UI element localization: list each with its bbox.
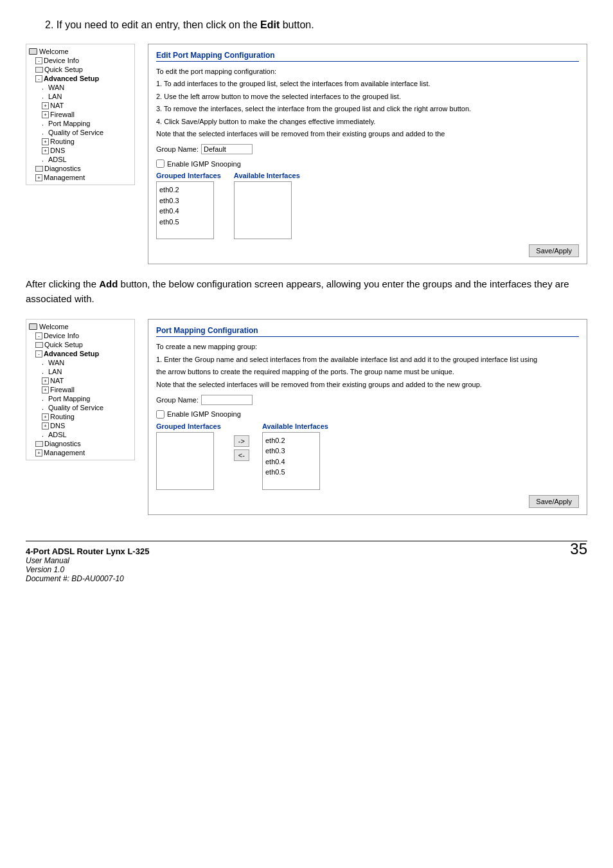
sidebar-item-label: Advanced Setup bbox=[44, 350, 99, 357]
sidebar-item-welcome[interactable]: Welcome bbox=[29, 322, 132, 331]
panel1-title: Edit Port Mapping Configuration bbox=[156, 51, 579, 62]
group-name-input1[interactable] bbox=[201, 144, 253, 154]
grouped-listbox1[interactable]: eth0.2eth0.3eth0.4eth0.5 bbox=[156, 181, 214, 239]
sidebar-item-label: ADSL bbox=[48, 431, 67, 439]
sidebar2: Welcome-Device InfoQuick Setup-Advanced … bbox=[26, 319, 135, 460]
sidebar-item-welcome[interactable]: Welcome bbox=[29, 47, 132, 56]
expand-icon: + bbox=[42, 102, 49, 109]
sidebar-item-label: WAN bbox=[48, 359, 64, 366]
save-apply-button2[interactable]: Save/Apply bbox=[529, 495, 579, 508]
grouped-listbox2[interactable] bbox=[156, 432, 214, 490]
page-number: 35 bbox=[570, 540, 587, 558]
available-col1: Available Interfaces bbox=[234, 172, 300, 239]
available-col2: Available Interfaces eth0.2eth0.3eth0.4e… bbox=[262, 422, 328, 490]
arrow-buttons: -> <- bbox=[234, 435, 249, 461]
sidebar-item-device-info[interactable]: -Device Info bbox=[29, 56, 132, 65]
sidebar-item-dns[interactable]: +DNS bbox=[29, 421, 132, 430]
sidebar-item-label: Routing bbox=[50, 413, 75, 420]
panel1-instr2: 2. Use the left arrow button to move the… bbox=[156, 92, 579, 102]
sidebar-item-management[interactable]: +Management bbox=[29, 173, 132, 182]
expand-icon: + bbox=[42, 413, 49, 420]
sidebar-item-port-mapping[interactable]: ·Port Mapping bbox=[29, 394, 132, 403]
save-apply-button1[interactable]: Save/Apply bbox=[529, 244, 579, 257]
step-text: If you need to edit an entry, then click… bbox=[57, 19, 260, 30]
sidebar-item-nat[interactable]: +NAT bbox=[29, 101, 132, 110]
sidebar-item-quality-of-service[interactable]: ·Quality of Service bbox=[29, 403, 132, 412]
folder-icon bbox=[35, 67, 43, 73]
igmp-checkbox1[interactable] bbox=[156, 159, 164, 168]
sidebar-item-nat[interactable]: +NAT bbox=[29, 376, 132, 385]
leaf-icon: · bbox=[42, 432, 47, 437]
sidebar-item-diagnostics[interactable]: Diagnostics bbox=[29, 439, 132, 448]
sidebar-item-advanced-setup[interactable]: -Advanced Setup bbox=[29, 349, 132, 358]
sidebar-item-label: NAT bbox=[50, 102, 64, 109]
sidebar-item-adsl[interactable]: ·ADSL bbox=[29, 430, 132, 439]
sidebar-item-wan[interactable]: ·WAN bbox=[29, 83, 132, 92]
panel1-instr3: 3. To remove the interfaces, select the … bbox=[156, 104, 579, 114]
arrow-right-button[interactable]: -> bbox=[234, 435, 249, 447]
folder-icon bbox=[35, 342, 43, 348]
available-label2: Available Interfaces bbox=[262, 422, 328, 430]
sidebar-item-label: Quick Setup bbox=[44, 341, 83, 348]
monitor-icon bbox=[29, 323, 37, 330]
igmp-row1: Enable IGMP Snooping bbox=[156, 159, 579, 168]
expand-icon: + bbox=[42, 422, 49, 429]
panel1-instructions: To edit the port mapping configuration: … bbox=[156, 67, 579, 127]
leaf-icon: · bbox=[42, 157, 47, 162]
folder-open-icon: - bbox=[35, 57, 42, 64]
sidebar-item-device-info[interactable]: -Device Info bbox=[29, 331, 132, 340]
panel1-note: Note that the selected interfaces will b… bbox=[156, 129, 579, 139]
save-apply-row1: Save/Apply bbox=[156, 244, 579, 257]
group-name-input2[interactable] bbox=[201, 395, 253, 405]
expand-icon: + bbox=[35, 174, 42, 181]
available-label1: Available Interfaces bbox=[234, 172, 300, 179]
leaf-icon: · bbox=[42, 85, 47, 90]
available-content2: eth0.2eth0.3eth0.4eth0.5 bbox=[264, 434, 318, 479]
sidebar-item-label: Quality of Service bbox=[48, 129, 103, 136]
sidebar-item-management[interactable]: +Management bbox=[29, 448, 132, 457]
sidebar-item-label: Welcome bbox=[39, 323, 69, 330]
sidebar-item-routing[interactable]: +Routing bbox=[29, 137, 132, 146]
arrow-left-button[interactable]: <- bbox=[234, 449, 249, 461]
expand-icon: + bbox=[42, 386, 49, 393]
sidebar-item-dns[interactable]: +DNS bbox=[29, 146, 132, 155]
leaf-icon: · bbox=[42, 360, 47, 365]
sidebar-item-firewall[interactable]: +Firewall bbox=[29, 110, 132, 119]
sidebar-item-label: LAN bbox=[48, 93, 62, 100]
save-apply-row2: Save/Apply bbox=[156, 495, 579, 508]
sidebar-item-port-mapping[interactable]: ·Port Mapping bbox=[29, 119, 132, 128]
footer: 35 4-Port ADSL Router Lynx L-325 User Ma… bbox=[26, 541, 587, 583]
sidebar-item-lan[interactable]: ·LAN bbox=[29, 92, 132, 101]
sidebar-item-label: DNS bbox=[50, 422, 65, 429]
igmp-checkbox2[interactable] bbox=[156, 410, 164, 419]
folder-open-icon: - bbox=[35, 350, 42, 357]
igmp-row2: Enable IGMP Snooping bbox=[156, 410, 579, 419]
sidebar-item-quality-of-service[interactable]: ·Quality of Service bbox=[29, 128, 132, 137]
panel1-instr0: To edit the port mapping configuration: bbox=[156, 67, 579, 77]
grouped-content1: eth0.2eth0.3eth0.4eth0.5 bbox=[158, 183, 212, 228]
sidebar-item-lan[interactable]: ·LAN bbox=[29, 367, 132, 376]
sidebar-item-quick-setup[interactable]: Quick Setup bbox=[29, 65, 132, 74]
available-listbox1[interactable] bbox=[234, 181, 292, 239]
grouped-col1: Grouped Interfaces eth0.2eth0.3eth0.4eth… bbox=[156, 172, 221, 239]
sidebar-item-label: WAN bbox=[48, 84, 64, 91]
footer-user-manual: User Manual bbox=[26, 556, 587, 565]
sidebar-item-label: Diagnostics bbox=[44, 440, 81, 448]
panel2-instr0: To create a new mapping group: bbox=[156, 342, 579, 352]
panel2-note: Note that the selected interfaces will b… bbox=[156, 380, 579, 390]
group-name-label2: Group Name: bbox=[156, 396, 199, 404]
available-listbox2[interactable]: eth0.2eth0.3eth0.4eth0.5 bbox=[262, 432, 320, 490]
sidebar-item-quick-setup[interactable]: Quick Setup bbox=[29, 340, 132, 349]
leaf-icon: · bbox=[42, 94, 47, 99]
panel2-instr2: the arrow buttons to create the required… bbox=[156, 367, 579, 377]
sidebar-item-firewall[interactable]: +Firewall bbox=[29, 385, 132, 394]
footer-version: Version 1.0 bbox=[26, 565, 587, 574]
sidebar-item-label: Welcome bbox=[39, 48, 69, 55]
sidebar-item-adsl[interactable]: ·ADSL bbox=[29, 155, 132, 164]
sidebar-item-wan[interactable]: ·WAN bbox=[29, 358, 132, 367]
group-name-row1: Group Name: bbox=[156, 144, 579, 154]
sidebar-item-label: Advanced Setup bbox=[44, 75, 99, 82]
sidebar-item-advanced-setup[interactable]: -Advanced Setup bbox=[29, 74, 132, 83]
sidebar-item-diagnostics[interactable]: Diagnostics bbox=[29, 164, 132, 173]
sidebar-item-routing[interactable]: +Routing bbox=[29, 412, 132, 421]
